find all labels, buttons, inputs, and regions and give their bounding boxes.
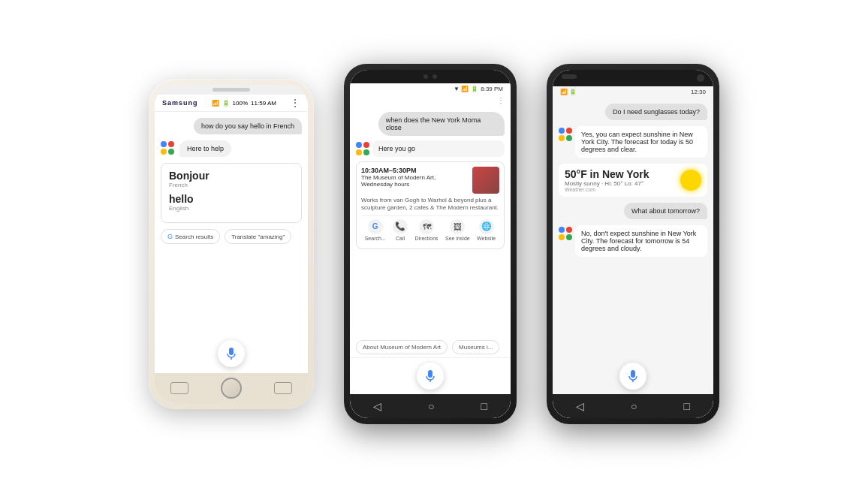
phone3-top	[553, 70, 713, 86]
phone2-inner: ▼ 📶 🔋 8:39 PM ⋮ when does the New York M…	[350, 70, 511, 418]
p2-assistant-bubble: Here you go	[372, 140, 505, 157]
directions-action-icon: 🗺	[419, 219, 434, 234]
p2-signal: ▼ 📶	[454, 86, 469, 92]
assistant-bubble-1: Here to help	[179, 140, 231, 157]
cam-p3	[697, 74, 704, 82]
google-g-icon: G	[167, 233, 173, 240]
p2-google-logo	[356, 142, 369, 155]
p3-time: 12:30	[691, 89, 706, 95]
weather-row: 50°F in New York Mostly sunny · Hi: 50° …	[565, 168, 701, 192]
phone3-status-bar: 📶 🔋 12:30	[553, 86, 713, 98]
moma-subtitle: The Museum of Modern Art, Wednesday hour…	[361, 174, 468, 188]
menu-dots[interactable]: ⋮	[290, 98, 300, 108]
recent-icon-p2[interactable]: □	[481, 400, 487, 412]
website-action[interactable]: 🌐 Website	[477, 219, 496, 241]
wifi-icon: 📶	[212, 100, 219, 107]
samsung-label: Samsung	[162, 99, 198, 107]
time: 11:59 AM	[251, 100, 276, 107]
p3-battery: 🔋	[569, 89, 577, 95]
speaker-p3	[562, 74, 577, 79]
mic-svg-2	[425, 369, 436, 383]
phone2-status-bar: ▼ 📶 🔋 8:39 PM	[350, 83, 511, 95]
see-inside-action[interactable]: 🖼 See inside	[445, 219, 470, 241]
p2-user-message: when does the New York Moma close	[378, 112, 505, 136]
search-action[interactable]: G Search...	[365, 219, 386, 241]
back-icon-p3[interactable]: ◁	[576, 400, 584, 412]
website-icon: 🌐	[479, 219, 494, 234]
g-dot-yellow	[161, 149, 167, 155]
cam-p2-2	[432, 74, 437, 79]
battery-icon: 🔋	[222, 100, 230, 107]
mic-button-2[interactable]	[417, 363, 444, 390]
mic-button-3[interactable]	[619, 363, 646, 390]
moma-actions: G Search... 📞 Call 🗺 Directions 🖼	[361, 215, 499, 244]
camera-dot-2	[303, 88, 308, 93]
directions-action[interactable]: 🗺 Directions	[414, 219, 438, 241]
home-icon-p2[interactable]: ○	[428, 400, 434, 412]
p3-google-logo-2	[559, 227, 572, 240]
phone2-chat: when does the New York Moma close Here y…	[350, 106, 511, 337]
moma-info: 10:30AM–5:30PM The Museum of Modern Art,…	[361, 167, 468, 194]
phone2-top	[350, 70, 511, 83]
translation-lang-1: French	[169, 182, 294, 188]
moma-thumbnail	[472, 167, 499, 194]
search-results-button[interactable]: G Search results	[161, 229, 220, 244]
translate-button[interactable]: Translate "amazing"	[225, 229, 291, 244]
camera-dot-1	[155, 88, 160, 93]
phone1: Samsung 📶 🔋 100% 11:59 AM ⋮ how do you s…	[149, 79, 314, 409]
samsung-status-bar: Samsung 📶 🔋 100% 11:59 AM ⋮	[155, 95, 308, 112]
p3-google-logo-1	[559, 128, 572, 141]
call-action[interactable]: 📞 Call	[393, 219, 408, 241]
translation-lang-2: English	[169, 205, 294, 212]
weather-condition: Mostly sunny · Hi: 50° Lo: 47°	[565, 180, 649, 187]
mic-svg-1	[226, 347, 237, 360]
recent-button-p1[interactable]	[274, 382, 292, 394]
call-action-icon: 📞	[393, 219, 408, 234]
moma-desc: Works from van Gogh to Warhol & beyond p…	[361, 197, 499, 212]
p2-battery: 🔋	[471, 86, 478, 92]
p2-menu: ⋮	[350, 95, 511, 106]
weather-temp: 50°F in New York	[565, 168, 649, 180]
moma-hours: 10:30AM–5:30PM	[361, 167, 468, 174]
back-button-p1[interactable]	[170, 382, 188, 394]
google-logo-1	[161, 141, 176, 156]
translation-word-1: Bonjour	[169, 170, 294, 182]
phone3-inner: 📶 🔋 12:30 Do I need sunglasses today? Ye…	[553, 70, 713, 418]
cam-p2-1	[423, 74, 428, 79]
phone1-bottom-nav	[155, 373, 308, 403]
translation-word-2: hello	[169, 193, 294, 205]
p3-assistant-row-2: No, don't expect sunshine in New York Ci…	[559, 225, 707, 257]
phone1-screen: how do you say hello in French Here to h…	[155, 112, 308, 373]
moma-header: 10:30AM–5:30PM The Museum of Modern Art,…	[361, 167, 499, 194]
phone3-mic-area	[553, 358, 713, 394]
suggestion-chips-p2: About Museum of Modern Art Museums i...	[350, 337, 511, 357]
phone3-nav: ◁ ○ □	[553, 394, 713, 418]
svg-rect-2	[428, 370, 432, 378]
p3-user-msg-2: What about tomorrow?	[624, 203, 707, 219]
weather-card: 50°F in New York Mostly sunny · Hi: 50° …	[559, 164, 707, 197]
back-icon-p2[interactable]: ◁	[373, 400, 381, 412]
g-dot-red	[168, 141, 174, 147]
chat-area-1: how do you say hello in French Here to h…	[155, 112, 308, 334]
p2-dots[interactable]: ⋮	[497, 96, 505, 104]
svg-rect-4	[631, 370, 635, 378]
search-action-icon: G	[368, 219, 383, 234]
phone2-mic-area	[350, 357, 511, 394]
action-buttons-1: G Search results Translate "amazing"	[161, 229, 302, 244]
user-message-1: how do you say hello in French	[194, 118, 302, 134]
mic-button-1[interactable]	[218, 340, 245, 367]
p3-assistant-bubble-2: No, don't expect sunshine in New York Ci…	[575, 225, 707, 257]
recent-icon-p3[interactable]: □	[684, 400, 690, 412]
chip-museums[interactable]: Museums i...	[452, 340, 499, 354]
g-dot-green	[168, 149, 174, 155]
phone2-nav: ◁ ○ □	[350, 394, 511, 418]
mic-svg-3	[628, 369, 638, 383]
svg-rect-0	[229, 348, 234, 355]
see-inside-icon: 🖼	[450, 219, 465, 234]
home-button-p1[interactable]	[221, 378, 242, 399]
speaker	[212, 88, 250, 92]
p3-assistant-row-1: Yes, you can expect sunshine in New York…	[559, 126, 707, 158]
p2-time: 8:39 PM	[481, 86, 503, 92]
chip-about-moma[interactable]: About Museum of Modern Art	[356, 340, 448, 354]
home-icon-p3[interactable]: ○	[631, 400, 637, 412]
